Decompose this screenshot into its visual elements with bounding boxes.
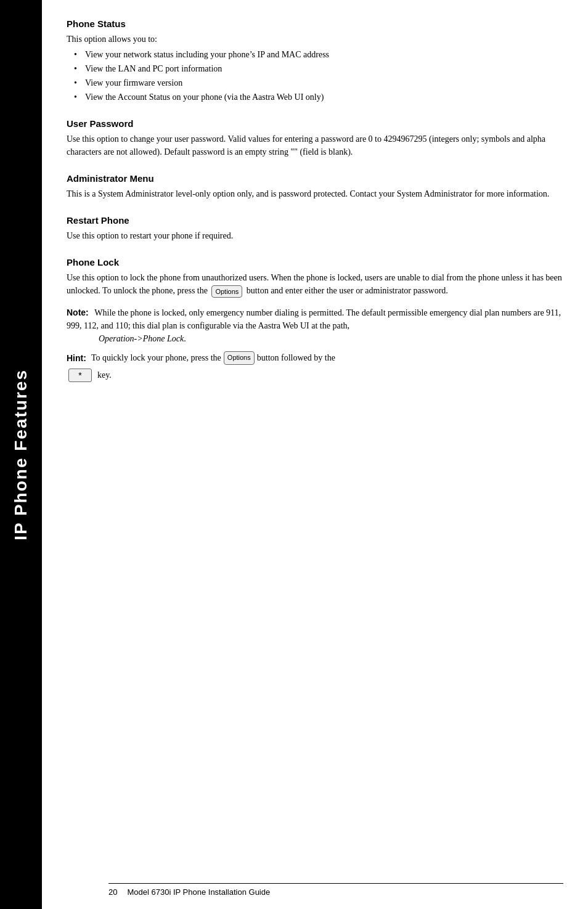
note-label: Note:	[67, 308, 89, 317]
options-button-2: Options	[224, 351, 255, 365]
phone-lock-body: Use this option to lock the phone from u…	[67, 271, 563, 298]
options-button-1: Options	[211, 285, 242, 298]
user-password-body: Use this option to change your user pass…	[67, 132, 563, 158]
sidebar: IP Phone Features	[0, 0, 42, 909]
administrator-menu-title: Administrator Menu	[67, 173, 563, 184]
footer-text: Model 6730i IP Phone Installation Guide	[127, 887, 270, 897]
list-item: View the Account Status on your phone (v…	[74, 91, 563, 104]
note-text: While the phone is locked, only emergenc…	[67, 308, 561, 343]
phone-status-section: Phone Status This option allows you to: …	[67, 18, 563, 104]
star-key: *	[68, 369, 92, 382]
hint-block: Hint: To quickly lock your phone, press …	[67, 351, 563, 365]
administrator-menu-section: Administrator Menu This is a System Admi…	[67, 173, 563, 200]
phone-status-title: Phone Status	[67, 18, 563, 29]
sidebar-label: IP Phone Features	[10, 369, 31, 540]
footer-page-number: 20	[108, 887, 117, 897]
phone-lock-para1: Use this option to lock the phone from u…	[67, 271, 563, 284]
phone-status-intro: This option allows you to: View your net…	[67, 33, 563, 104]
phone-lock-title: Phone Lock	[67, 257, 563, 267]
note-italic: Operation->Phone Lock	[99, 334, 184, 343]
hint-label: Hint:	[67, 351, 86, 365]
phone-lock-section: Phone Lock Use this option to lock the p…	[67, 257, 563, 382]
phone-status-list: View your network status including your …	[74, 48, 563, 104]
list-item: View your network status including your …	[74, 48, 563, 61]
hint-key-row: * key.	[67, 369, 563, 382]
restart-phone-title: Restart Phone	[67, 215, 563, 226]
list-item: View your firmware version	[74, 76, 563, 89]
main-content: Phone Status This option allows you to: …	[42, 0, 588, 909]
list-item: View the LAN and PC port information	[74, 62, 563, 75]
phone-lock-para2: unlocked. To unlock the phone, press the…	[67, 284, 563, 298]
user-password-title: User Password	[67, 118, 563, 129]
footer: 20 Model 6730i IP Phone Installation Gui…	[108, 883, 563, 897]
user-password-section: User Password Use this option to change …	[67, 118, 563, 158]
restart-phone-section: Restart Phone Use this option to restart…	[67, 215, 563, 242]
restart-phone-body: Use this option to restart your phone if…	[67, 229, 563, 242]
note-block: Note: While the phone is locked, only em…	[67, 306, 563, 345]
administrator-menu-body: This is a System Administrator level-onl…	[67, 187, 563, 200]
